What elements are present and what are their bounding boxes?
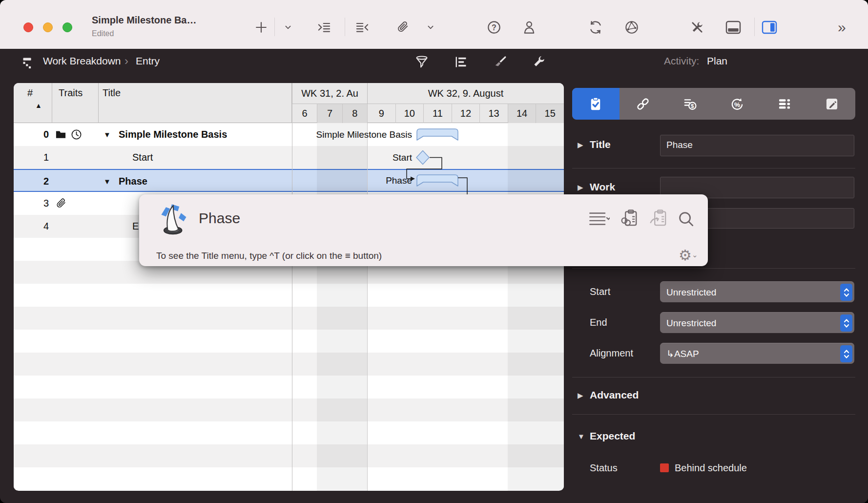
tab-notes[interactable] [808, 88, 855, 120]
tab-assignments[interactable] [761, 88, 808, 120]
tab-progress[interactable]: % [714, 88, 761, 120]
empty-row[interactable] [14, 398, 564, 421]
attach-button[interactable] [395, 19, 410, 36]
panel-right-icon [761, 20, 778, 35]
row-traits [55, 192, 67, 215]
outdent-button[interactable] [354, 19, 370, 36]
table-row-1[interactable]: 1Start [14, 146, 564, 169]
tab-task-info[interactable] [572, 88, 620, 120]
column-header-number[interactable]: # ▲ [14, 83, 52, 123]
indent-button[interactable] [316, 19, 332, 36]
day-header-wk31-7: 7 [317, 104, 342, 123]
chevron-down-icon: ⌄ [692, 251, 698, 259]
add-task-button[interactable] [254, 19, 269, 36]
field-help-popover: Phase To see the Title menu, type ^T (or… [139, 194, 708, 266]
expected-section-disclosure[interactable]: ▼ [578, 432, 585, 440]
title-field-value: Phase [661, 135, 854, 155]
window-edited-status: Edited [92, 29, 114, 38]
disclosure-triangle[interactable]: ▼ [103, 123, 111, 146]
note-pencil-icon [824, 96, 840, 112]
day-header-wk32-15: 15 [536, 104, 564, 123]
stepper-icon [840, 284, 852, 301]
network-button[interactable] [624, 19, 640, 36]
activity-value[interactable]: Plan [707, 55, 727, 67]
minimize-button[interactable] [43, 22, 53, 32]
separator [572, 414, 855, 415]
attach-dropdown[interactable] [426, 19, 435, 36]
end-dropdown[interactable]: Unrestricted [660, 312, 854, 333]
paste-link-button-disabled [648, 208, 670, 230]
popover-field-title: Phase [199, 210, 240, 227]
inspector-tabbar: $ % [572, 88, 855, 120]
empty-row[interactable] [14, 444, 564, 467]
gear-icon: ⚙ [679, 247, 692, 263]
empty-row[interactable] [14, 376, 564, 398]
search-button[interactable] [677, 210, 696, 229]
filter-button[interactable] [414, 54, 430, 70]
plus-icon [254, 20, 269, 35]
separator [572, 168, 855, 168]
clipboard-arrow-icon [648, 208, 670, 230]
chevron-down-icon [426, 22, 435, 32]
sync-button[interactable] [588, 19, 603, 36]
start-label: Start [590, 286, 610, 297]
task-title[interactable]: Start [132, 146, 153, 169]
tab-dependencies[interactable] [620, 88, 667, 120]
disclosure-triangle[interactable]: ▼ [103, 170, 111, 193]
chevron-down-icon [283, 22, 293, 32]
outline-icon [453, 54, 469, 70]
column-header-traits[interactable]: Traits [52, 83, 99, 123]
work-section-disclosure[interactable]: ▶ [578, 183, 583, 192]
empty-row[interactable] [14, 467, 564, 490]
clock-icon [70, 128, 83, 141]
empty-row[interactable] [14, 353, 564, 376]
toggle-bottom-panel-button[interactable] [724, 19, 742, 36]
add-task-dropdown[interactable] [283, 19, 293, 36]
outline-levels-button[interactable] [453, 54, 469, 70]
empty-row[interactable] [14, 284, 564, 307]
close-button[interactable] [23, 22, 33, 32]
day-header-wk32-13: 13 [479, 104, 508, 123]
tools-icon [689, 20, 705, 35]
title-menu-button[interactable] [588, 210, 610, 227]
advanced-section-disclosure[interactable]: ▶ [578, 391, 583, 400]
cost-list-icon: $ [682, 96, 698, 112]
task-title[interactable]: Phase [119, 170, 147, 193]
indent-icon [316, 20, 332, 35]
style-brush-button[interactable] [492, 54, 508, 70]
empty-row[interactable] [14, 307, 564, 330]
breadcrumb-mode[interactable]: Entry [136, 55, 160, 67]
resources-button[interactable] [521, 19, 537, 36]
empty-row[interactable] [14, 421, 564, 444]
start-dropdown[interactable]: Unrestricted [660, 281, 854, 302]
alignment-dropdown[interactable]: ↳ASAP [660, 343, 854, 364]
breadcrumb-separator: › [124, 54, 128, 68]
column-header-title[interactable]: Title [99, 83, 292, 123]
breadcrumb-view[interactable]: Work Breakdown [43, 55, 121, 67]
empty-row[interactable] [14, 330, 564, 353]
table-row-0[interactable]: 0▼Simple Milestone Basis [14, 123, 564, 146]
toolbar-overflow-button[interactable]: » [838, 19, 846, 36]
copy-link-button[interactable] [619, 208, 641, 230]
funnel-icon [414, 54, 430, 70]
svg-text:?: ? [492, 23, 496, 32]
window-title: Simple Milestone Ba… [92, 15, 197, 26]
toggle-right-panel-button[interactable] [761, 19, 778, 36]
svg-text:$: $ [691, 102, 694, 108]
title-section-disclosure[interactable]: ▶ [578, 141, 583, 149]
help-button[interactable]: ? [486, 19, 502, 36]
omniplan-app-icon [154, 200, 191, 237]
title-field[interactable]: Phase [660, 135, 854, 156]
popover-settings-button[interactable]: ⚙⌄ [679, 247, 698, 264]
view-options-button[interactable] [531, 54, 547, 70]
table-row-2[interactable]: 2▼Phase [14, 169, 564, 192]
stepper-icon [840, 314, 852, 332]
sort-indicator: ▲ [35, 102, 42, 109]
zoom-button[interactable] [62, 22, 72, 32]
tab-costs[interactable]: $ [666, 88, 714, 120]
search-icon [677, 210, 696, 229]
row-number: 2 [14, 170, 49, 193]
status-value: Behind schedule [675, 462, 747, 474]
task-title[interactable]: Simple Milestone Basis [119, 123, 227, 146]
tools-button[interactable] [689, 19, 705, 36]
